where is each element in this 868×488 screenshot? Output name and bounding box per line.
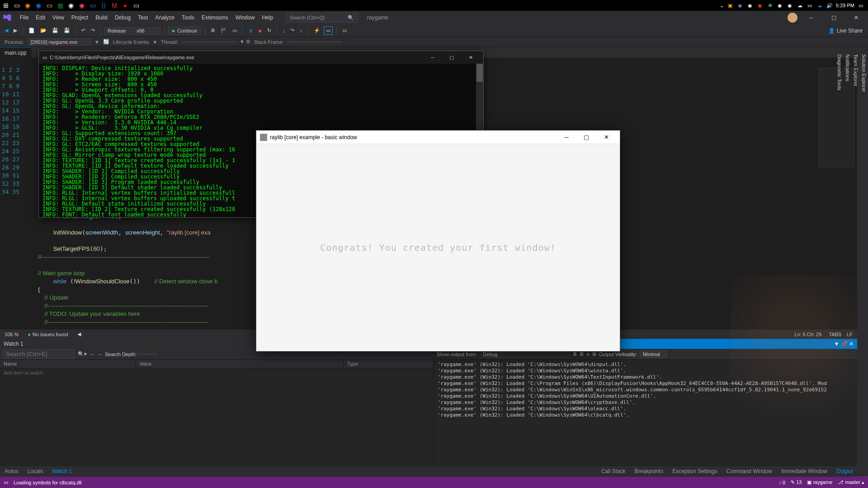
raylib-close-button[interactable]: ✕ xyxy=(596,131,616,144)
zoom-level[interactable]: 106 % xyxy=(5,332,19,337)
search-icon[interactable]: 🔍▾ xyxy=(78,351,87,357)
app-icon-3[interactable]: ▭ xyxy=(88,0,98,10)
menu-help[interactable]: Help xyxy=(258,13,277,23)
col-name[interactable]: Name xyxy=(0,360,136,368)
debug-tool-3[interactable]: ▭ xyxy=(340,27,349,34)
menu-debug[interactable]: Debug xyxy=(111,13,134,23)
nav-back-icon[interactable]: ← xyxy=(90,352,94,357)
debug-btn-1[interactable]: ⚙ xyxy=(209,27,217,34)
btab-immediate-window[interactable]: Immediate Window xyxy=(777,466,832,476)
btab-exception-settings[interactable]: Exception Settings xyxy=(668,466,722,476)
save-all-button[interactable]: 💾 xyxy=(62,27,72,34)
tab-main-cpp[interactable]: main.cpp xyxy=(0,47,31,58)
start-icon[interactable]: ⊞ xyxy=(1,0,11,10)
raylib-maximize-button[interactable]: ▢ xyxy=(576,131,596,144)
console-minimize-button[interactable]: ─ xyxy=(424,52,442,63)
menu-test[interactable]: Test xyxy=(134,13,151,23)
console-close-button[interactable]: ✕ xyxy=(462,52,480,63)
btab-autos[interactable]: Autos xyxy=(0,466,23,476)
clock[interactable]: 5:29 PM xyxy=(836,3,854,8)
close-button[interactable]: ✕ xyxy=(847,11,865,24)
config-dropdown[interactable]: Release xyxy=(104,27,132,34)
record-icon[interactable]: ● xyxy=(120,0,130,10)
console-title-bar[interactable]: ▭ C:\Users\terryn\Files\Projects\AIE\ray… xyxy=(39,51,483,64)
cloud-icon[interactable]: ☁ xyxy=(796,2,803,9)
process-dropdown[interactable]: [28016] raygame.exe xyxy=(28,38,91,46)
save-button[interactable]: 💾 xyxy=(50,27,60,34)
tool-icon[interactable]: ≣ xyxy=(573,351,577,357)
nav-fwd-icon[interactable]: → xyxy=(97,352,102,357)
minimize-button[interactable]: ─ xyxy=(802,11,820,24)
account-icon[interactable] xyxy=(788,13,797,23)
network-icon[interactable]: ▭ xyxy=(806,2,813,9)
menu-view[interactable]: View xyxy=(49,13,68,23)
menu-file[interactable]: File xyxy=(16,13,32,23)
col-type[interactable]: Type xyxy=(344,360,434,368)
task-view-icon[interactable]: ▭ xyxy=(12,0,22,10)
menu-window[interactable]: Window xyxy=(232,13,259,23)
menu-project[interactable]: Project xyxy=(68,13,92,23)
pending-icon[interactable]: ✎ 13 xyxy=(791,479,802,485)
publish-icon[interactable]: ↑ 0 xyxy=(778,480,785,485)
issues-label[interactable]: No issues found xyxy=(33,332,68,337)
undo-button[interactable]: ↶ xyxy=(80,27,87,34)
chrome-icon[interactable]: ◉ xyxy=(66,0,76,10)
step-out-button[interactable]: ↑ xyxy=(298,27,304,34)
step-into-button[interactable]: ↓ xyxy=(281,27,287,34)
repo-indicator[interactable]: ▣ raygame xyxy=(807,479,832,485)
btab-breakpoints[interactable]: Breakpoints xyxy=(630,466,668,476)
app-icon-2[interactable]: ◉ xyxy=(77,0,87,10)
console-maximize-button[interactable]: ▢ xyxy=(443,52,461,63)
volume-icon[interactable]: 🔊 xyxy=(826,2,833,9)
redo-button[interactable]: ↷ xyxy=(89,27,97,34)
nav-back-button[interactable]: ◀ xyxy=(3,27,10,34)
btab-command-window[interactable]: Command Window xyxy=(722,466,777,476)
tray-chevron-icon[interactable]: ⌄ xyxy=(720,3,724,9)
tray-icon-5[interactable]: ◉ xyxy=(776,2,783,9)
excel-icon[interactable]: ▦ xyxy=(55,0,65,10)
thread-dropdown[interactable] xyxy=(182,41,236,43)
app-icon-5[interactable]: ▭ xyxy=(131,0,141,10)
btab-watch-1[interactable]: Watch 1 xyxy=(47,466,76,476)
platform-dropdown[interactable]: x86 xyxy=(133,27,160,34)
col-value[interactable]: Value xyxy=(136,360,344,368)
onedrive-icon[interactable]: ☁ xyxy=(816,2,823,9)
tray-icon-2[interactable]: ◉ xyxy=(746,2,754,9)
btab-call-stack[interactable]: Call Stack xyxy=(597,466,630,476)
menu-tools[interactable]: Tools xyxy=(178,13,198,23)
continue-button[interactable]: Continue xyxy=(168,27,201,35)
stackframe-dropdown[interactable] xyxy=(287,41,341,43)
menu-extensions[interactable]: Extensions xyxy=(198,13,232,23)
new-project-button[interactable]: 📄 xyxy=(27,27,37,34)
debug-tool-1[interactable]: ⚡ xyxy=(312,27,322,34)
btab-locals[interactable]: Locals xyxy=(23,466,48,476)
tray-icon[interactable]: ▣ xyxy=(726,2,734,9)
menu-build[interactable]: Build xyxy=(92,13,111,23)
tray-icon-6[interactable]: ◉ xyxy=(786,2,793,9)
live-share-button[interactable]: 👤 Live Share xyxy=(828,28,865,34)
explorer-icon[interactable]: ▭ xyxy=(44,0,54,10)
debug-btn-3[interactable]: ▭ xyxy=(231,27,239,34)
btab-output[interactable]: Output xyxy=(832,466,857,476)
verbosity-dropdown[interactable]: Minimal xyxy=(640,351,667,358)
notification-icon[interactable]: ▭ xyxy=(857,2,864,9)
restart-button[interactable]: ↻ xyxy=(265,27,273,34)
debug-btn-2[interactable]: 🏴 xyxy=(219,27,229,34)
tool-icon[interactable]: ≡ xyxy=(586,352,589,357)
vscode-icon[interactable]: ⟨⟩ xyxy=(99,0,108,10)
discord-icon[interactable]: ◉ xyxy=(736,2,744,9)
pause-button[interactable]: ⏸ xyxy=(246,27,255,34)
nav-forward-button[interactable]: ▶ xyxy=(12,27,19,34)
raylib-window[interactable]: raylib [core] example - basic window ─ ▢… xyxy=(256,130,620,352)
depth-dropdown[interactable] xyxy=(139,353,157,355)
maximize-button[interactable]: ▢ xyxy=(825,11,843,24)
stop-button[interactable]: ■ xyxy=(257,27,264,34)
app-icon[interactable]: ◉ xyxy=(23,0,33,10)
tray-icon-4[interactable]: ❋ xyxy=(766,2,774,9)
open-button[interactable]: 📂 xyxy=(38,27,48,34)
debug-tool-2[interactable]: ▭ xyxy=(324,26,333,35)
nav-prev-icon[interactable]: ◀ xyxy=(77,331,81,337)
rail-solution-explorer[interactable]: Solution Explorer xyxy=(860,51,868,477)
menu-analyze[interactable]: Analyze xyxy=(151,13,178,23)
watch-search-input[interactable] xyxy=(3,349,75,359)
